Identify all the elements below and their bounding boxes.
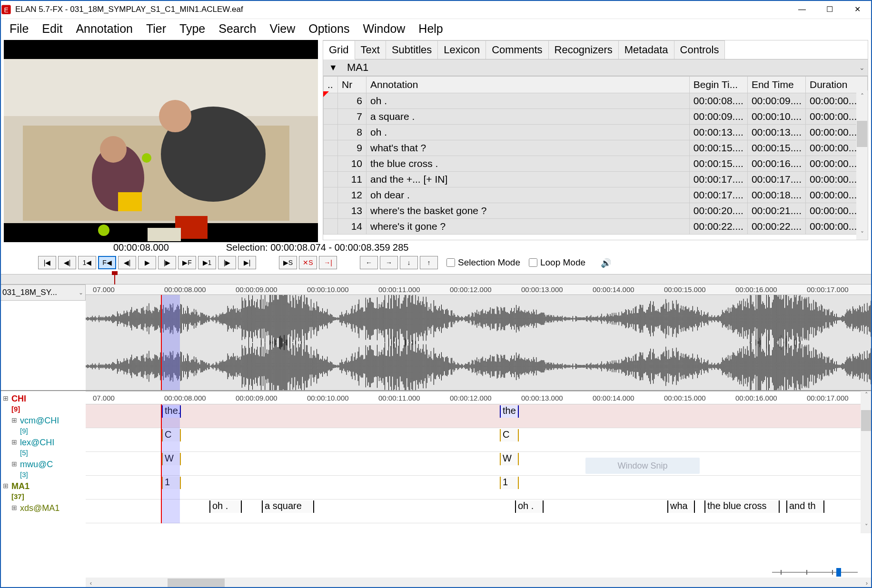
tier-playhead[interactable] [161, 404, 162, 523]
grid-row[interactable]: 6oh .00:00:08....00:00:09....00:00:00...… [324, 93, 868, 109]
goto-end-button[interactable]: ▶| [238, 256, 256, 269]
tier-node-lex@CHI[interactable]: lex@CHI[5] [2, 437, 84, 459]
svg-rect-4 [4, 59, 318, 116]
col-dots[interactable]: .. [324, 77, 338, 93]
tier-row[interactable]: CC [86, 428, 872, 452]
waveform-timeruler[interactable]: 07.00000:00:08.00000:00:09.00000:00:10.0… [86, 284, 872, 295]
tier-tree[interactable]: CHI[9]vcm@CHI[9]lex@CHI[5]mwu@C[3]MA1[37… [0, 391, 86, 543]
annotation-grid[interactable]: .. Nr Annotation Begin Ti... End Time Du… [323, 76, 868, 240]
minimize-button[interactable]: — [788, 0, 816, 19]
annotation[interactable]: and th [786, 500, 824, 513]
sel-left-button[interactable]: ← [360, 256, 378, 269]
annotation[interactable]: the blue cross [704, 500, 780, 513]
tab-metadata[interactable]: Metadata [619, 40, 674, 59]
wave-file-dropdown[interactable]: 031_18M_SY... ⌄ [0, 284, 86, 301]
tab-text[interactable]: Text [355, 40, 386, 59]
goto-begin-button[interactable]: |◀ [38, 256, 56, 269]
menu-annotation[interactable]: Annotation [69, 19, 139, 39]
prev-sec-button[interactable]: ◀| [118, 256, 136, 269]
tab-recognizers[interactable]: Recognizers [549, 40, 619, 59]
tick-label: 00:00:12.000 [450, 394, 492, 402]
menu-help[interactable]: Help [412, 19, 449, 39]
menu-view[interactable]: View [263, 19, 302, 39]
sel-right-button[interactable]: → [380, 256, 398, 269]
tab-lexicon[interactable]: Lexicon [438, 40, 486, 59]
annotation[interactable]: oh . [515, 500, 544, 513]
scroll-down-icon[interactable]: ˅ [859, 228, 866, 240]
tier-row[interactable]: WW [86, 452, 872, 476]
sel-down-button[interactable]: ↓ [400, 256, 418, 269]
loop-mode-checkbox[interactable]: Loop Mode [529, 257, 585, 268]
grid-row[interactable]: 10the blue cross .00:00:15....00:00:16..… [324, 156, 868, 172]
tab-comments[interactable]: Comments [486, 40, 548, 59]
close-button[interactable]: ✕ [843, 0, 871, 19]
annotation[interactable]: a square [262, 500, 314, 513]
clear-selection-button[interactable]: ✕S [299, 256, 317, 269]
next-sec-button[interactable]: |▶ [158, 256, 176, 269]
tier-node-CHI[interactable]: CHI[9] [2, 393, 84, 415]
menu-tier[interactable]: Tier [139, 19, 173, 39]
annotation[interactable]: C [500, 429, 519, 441]
play-around-button[interactable]: →| [319, 256, 337, 269]
maximize-button[interactable]: ☐ [816, 0, 843, 19]
annotation[interactable]: 1 [500, 477, 519, 489]
tier-hscroll[interactable]: ‹ › [86, 578, 872, 588]
next-scroll-button[interactable]: |▶ [218, 256, 236, 269]
grid-row[interactable]: 8oh .00:00:13....00:00:13....00:00:00...… [324, 125, 868, 140]
waveform-viewer[interactable] [86, 295, 872, 390]
play-button[interactable]: ▶ [138, 256, 156, 269]
prev-frame-button[interactable]: 1◀ [78, 256, 96, 269]
grid-row[interactable]: 7a square .00:00:09....00:00:10....00:00… [324, 109, 868, 125]
tier-row[interactable]: oh .a squareoh .whathe blue crossand th [86, 500, 872, 523]
menu-type[interactable]: Type [173, 19, 212, 39]
menu-file[interactable]: File [3, 19, 35, 39]
next-frame-button[interactable]: ▶1 [198, 256, 216, 269]
col-end[interactable]: End Time [747, 77, 805, 93]
zoom-slider[interactable] [772, 568, 858, 577]
tier-row[interactable]: 11 [86, 476, 872, 500]
video-viewer[interactable] [4, 40, 318, 242]
col-nr[interactable]: Nr [338, 77, 367, 93]
menu-options[interactable]: Options [302, 19, 356, 39]
tier-node-vcm@CHI[interactable]: vcm@CHI[9] [2, 415, 84, 437]
grid-row[interactable]: 14where's it gone ?00:00:22....00:00:22.… [324, 219, 868, 235]
annotation[interactable]: oh . [209, 500, 242, 513]
tier-rows[interactable]: the.theCCWW11oh .a squareoh .whathe blue… [86, 404, 872, 523]
grid-row[interactable]: 11and the +... [+ IN]00:00:17....00:00:1… [324, 172, 868, 187]
tier-node-MA1[interactable]: MA1[37] [2, 480, 84, 502]
annotation[interactable]: W [500, 453, 519, 465]
col-begin[interactable]: Begin Ti... [689, 77, 747, 93]
prev-scroll-button[interactable]: ◀| [58, 256, 76, 269]
waveform-playhead[interactable] [161, 295, 162, 390]
selection-mode-checkbox[interactable]: Selection Mode [446, 257, 520, 268]
sel-up-button[interactable]: ↑ [420, 256, 438, 269]
tab-subtitles[interactable]: Subtitles [386, 40, 438, 59]
grid-scrollbar[interactable]: ˄ ˅ [856, 90, 868, 240]
menu-edit[interactable]: Edit [35, 19, 69, 39]
scroll-up-icon[interactable]: ˄ [859, 90, 866, 102]
grid-row[interactable]: 12oh dear .00:00:17....00:00:18....00:00… [324, 187, 868, 203]
play-selection-button[interactable]: ▶S [279, 256, 297, 269]
scroll-thumb[interactable] [857, 121, 867, 147]
tier-timeruler[interactable]: 07.00000:00:08.00000:00:09.00000:00:10.0… [86, 391, 872, 404]
grid-row[interactable]: 9what's that ?00:00:15....00:00:15....00… [324, 140, 868, 156]
tier-dropdown[interactable]: ▼ MA1 ⌄ [323, 59, 868, 76]
menu-search[interactable]: Search [212, 19, 263, 39]
tab-controls[interactable]: Controls [674, 40, 725, 59]
prev-pixel-button[interactable]: F◀ [98, 256, 116, 269]
tier-row[interactable]: the.the [86, 404, 872, 428]
next-pixel-button[interactable]: ▶F [178, 256, 196, 269]
grid-row[interactable]: 13where's the basket gone ?00:00:20....0… [324, 203, 868, 219]
tab-grid[interactable]: Grid [323, 40, 355, 59]
tier-node-mwu@C[interactable]: mwu@C[3] [2, 459, 84, 480]
tier-vscroll[interactable]: ˄˅ [861, 391, 872, 533]
annotation[interactable]: wha [667, 500, 695, 513]
tick-label: 00:00:08.000 [164, 285, 206, 294]
annotation[interactable]: the [500, 405, 519, 418]
menu-window[interactable]: Window [356, 19, 412, 39]
col-annotation[interactable]: Annotation [367, 77, 690, 93]
speaker-icon[interactable]: 🔊 [601, 258, 612, 267]
tick-label: 00:00:13.000 [521, 285, 563, 294]
overview-ruler[interactable] [0, 274, 872, 284]
tier-node-xds@MA1[interactable]: xds@MA1 [2, 502, 84, 514]
